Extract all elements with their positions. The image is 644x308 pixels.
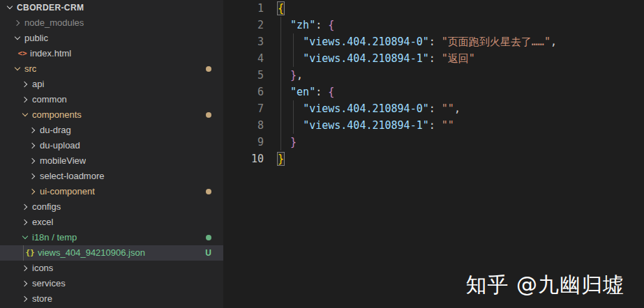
sidebar-item-mobileview[interactable]: mobileView [0, 153, 223, 169]
line-number: 1 [223, 0, 264, 17]
sidebar-item-src[interactable]: src [0, 61, 223, 77]
sidebar-item-label: index.html [30, 46, 71, 61]
code-line-8[interactable]: 8 "views.404.210894-1": "" [223, 117, 644, 134]
sidebar-item-node-modules[interactable]: node_modules [0, 15, 223, 31]
chevron-right-icon [29, 172, 37, 180]
sidebar-item-components[interactable]: components [0, 107, 223, 123]
chevron-right-icon [21, 218, 29, 226]
sidebar-item-du-drag[interactable]: du-drag [0, 123, 223, 138]
chevron-down-icon [6, 3, 14, 12]
sidebar-item-common[interactable]: common [0, 92, 223, 107]
sidebar-item-index-html[interactable]: <>index.html [0, 46, 223, 61]
sidebar-item-label: configs [32, 199, 61, 215]
chevron-right-icon [29, 141, 37, 150]
chevron-right-icon [29, 157, 37, 165]
code-line-2[interactable]: 2 "zh": { [223, 17, 644, 33]
code-line-content: "views.404.210894-0": "页面跑到火星去了……", [264, 33, 557, 50]
code-line-content: { [264, 0, 284, 17]
code-token [278, 36, 303, 48]
code-token [278, 69, 290, 82]
code-token: : [429, 119, 442, 132]
code-token: : [429, 52, 442, 65]
code-token: "zh" [290, 19, 315, 31]
code-token: : [315, 86, 328, 98]
code-token: : [429, 102, 442, 115]
code-token [278, 86, 290, 98]
sidebar-item-public[interactable]: public [0, 31, 223, 46]
chevron-down-icon [13, 34, 22, 43]
chevron-down-icon [13, 65, 22, 73]
code-token: "" [442, 119, 454, 132]
explorer-sidebar: CBORDER-CRM node_modulespublic<>index.ht… [0, 0, 223, 308]
sidebar-item-excel[interactable]: excel [0, 215, 223, 230]
code-token: : [315, 19, 328, 31]
sidebar-item-i18n-temp[interactable]: i18n / temp [0, 230, 223, 245]
sidebar-item-api[interactable]: api [0, 77, 223, 92]
line-number: 5 [223, 67, 264, 84]
code-token: "views.404.210894-1" [303, 52, 429, 65]
chevron-right-icon [21, 203, 29, 211]
line-number: 9 [223, 134, 264, 151]
line-number: 10 [223, 151, 264, 167]
code-line-4[interactable]: 4 "views.404.210894-1": "返回" [223, 50, 644, 67]
line-number: 3 [223, 33, 264, 50]
code-line-5[interactable]: 5 }, [223, 67, 644, 84]
sidebar-item-label: excel [32, 215, 53, 230]
sidebar-item-views-404-json[interactable]: {}views_404_94210906.jsonU [0, 245, 223, 261]
sidebar-root-folder[interactable]: CBORDER-CRM [0, 0, 223, 15]
code-token: "" [442, 102, 454, 115]
code-token: , [551, 36, 557, 48]
code-line-1[interactable]: 1{ [223, 0, 644, 17]
untracked-dot [206, 235, 211, 240]
sidebar-item-services[interactable]: services [0, 276, 223, 291]
indent-guide [280, 17, 281, 151]
line-number: 7 [223, 100, 264, 117]
chevron-right-icon [21, 279, 29, 288]
code-token: { [328, 19, 334, 31]
sidebar-item-configs[interactable]: configs [0, 199, 223, 215]
sidebar-item-select-loadmore[interactable]: select-loadmore [0, 169, 223, 184]
code-token: "en" [290, 86, 315, 98]
chevron-right-icon [29, 126, 37, 134]
indent-guide [293, 100, 294, 134]
code-line-10[interactable]: 10} [223, 151, 644, 167]
modified-dot [206, 66, 211, 72]
sidebar-item-label: node_modules [24, 15, 84, 31]
code-line-3[interactable]: 3 "views.404.210894-0": "页面跑到火星去了……", [223, 33, 644, 50]
code-token [278, 102, 303, 115]
code-token: } [278, 153, 284, 165]
code-token [278, 136, 290, 148]
code-token: "返回" [442, 52, 475, 65]
sidebar-item-du-upload[interactable]: du-upload [0, 138, 223, 153]
code-token [278, 19, 290, 31]
code-token: , [454, 102, 460, 115]
sidebar-item-label: src [24, 61, 36, 77]
code-line-9[interactable]: 9 } [223, 134, 644, 151]
chevron-right-icon [21, 295, 29, 303]
chevron-right-icon [21, 80, 29, 88]
code-area: 1{2 "zh": {3 "views.404.210894-0": "页面跑到… [223, 0, 644, 167]
code-token [278, 119, 303, 132]
sidebar-item-icons[interactable]: icons [0, 261, 223, 276]
root-folder-label: CBORDER-CRM [17, 0, 84, 15]
code-line-content: } [264, 151, 284, 167]
sidebar-item-label: mobileView [40, 153, 86, 169]
code-line-6[interactable]: 6 "en": { [223, 84, 644, 100]
code-token: "views.404.210894-0" [303, 36, 429, 48]
chevron-right-icon [21, 264, 29, 272]
indent-guide [23, 245, 24, 261]
line-number: 8 [223, 117, 264, 134]
code-token: "views.404.210894-0" [303, 102, 429, 115]
sidebar-item-store[interactable]: store [0, 291, 223, 307]
code-token: } [290, 136, 297, 148]
sidebar-item-ui-component[interactable]: ui-component [0, 184, 223, 199]
sidebar-item-label: services [32, 276, 66, 291]
chevron-down-icon [21, 111, 29, 119]
code-token [278, 52, 303, 65]
html-file-icon: <> [17, 46, 27, 61]
line-number: 4 [223, 50, 264, 67]
line-number: 2 [223, 17, 264, 33]
code-line-content: "zh": { [264, 17, 334, 33]
sidebar-item-label: i18n / temp [32, 230, 77, 245]
code-line-7[interactable]: 7 "views.404.210894-0": "", [223, 100, 644, 117]
